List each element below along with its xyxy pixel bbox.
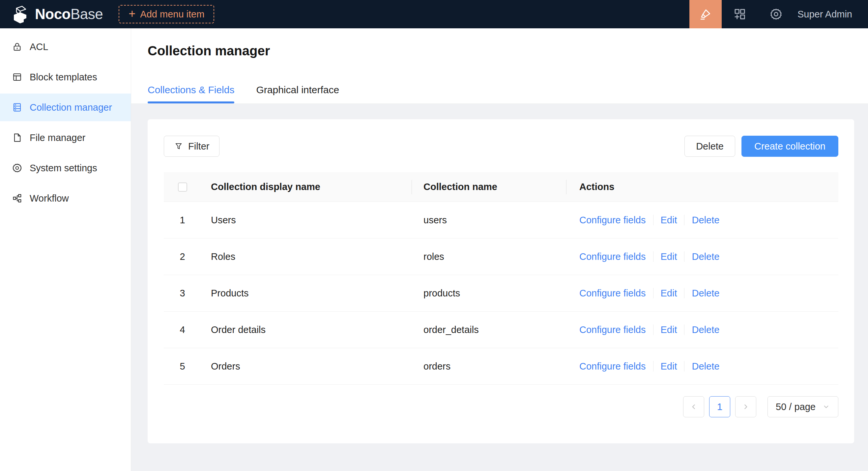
select-all-checkbox[interactable] [178, 182, 187, 192]
actions-cell: Configure fields Edit Delete [566, 288, 838, 299]
chevron-right-icon [741, 403, 750, 411]
row-index-cell: 3 [164, 288, 201, 299]
tab-label: Graphical interface [256, 84, 339, 95]
column-header-display-name: Collection display name [201, 181, 411, 192]
action-divider [684, 325, 684, 335]
display-name-cell: Orders [201, 361, 411, 372]
actions-cell: Configure fields Edit Delete [566, 251, 838, 262]
delete-button[interactable]: Delete [684, 136, 735, 157]
configure-fields-link[interactable]: Configure fields [579, 251, 646, 262]
action-divider [653, 361, 653, 372]
row-index: 3 [164, 288, 201, 299]
table-toolbar: Filter Delete Create collection [164, 136, 838, 157]
table-row: 4 Order details order_details Configure … [164, 311, 838, 348]
sidebar-item-workflow[interactable]: Workflow [0, 184, 131, 212]
sidebar-item-label: Block templates [30, 72, 97, 83]
sidebar-item-system-settings[interactable]: System settings [0, 154, 131, 182]
collection-name-cell: products [411, 288, 566, 299]
add-menu-item-label: Add menu item [140, 9, 204, 20]
actions-cell: Configure fields Edit Delete [566, 215, 838, 226]
edit-link[interactable]: Edit [661, 288, 677, 299]
collection-name-cell: users [411, 215, 566, 226]
plugin-manager-button[interactable] [722, 0, 758, 28]
sidebar-item-label: System settings [30, 163, 97, 174]
action-divider [684, 361, 684, 372]
edit-link[interactable]: Edit [661, 325, 677, 335]
gear-icon [12, 163, 23, 173]
delete-link[interactable]: Delete [692, 251, 719, 262]
column-header-collection-name: Collection name [411, 181, 566, 192]
delete-link[interactable]: Delete [692, 325, 719, 335]
user-menu[interactable]: Super Admin [798, 9, 852, 20]
configure-fields-link[interactable]: Configure fields [579, 361, 646, 372]
chevron-left-icon [689, 403, 698, 411]
tab-collections-fields[interactable]: Collections & Fields [148, 84, 234, 103]
page-title: Collection manager [148, 43, 270, 58]
create-collection-button[interactable]: Create collection [741, 136, 838, 157]
nocobase-logo: NocoBase [0, 5, 103, 23]
configure-fields-link[interactable]: Configure fields [579, 215, 646, 226]
sidebar-item-collection-manager[interactable]: Collection manager [0, 94, 131, 121]
sidebar-item-block-templates[interactable]: Block templates [0, 63, 131, 91]
page-number-button[interactable]: 1 [709, 396, 730, 417]
row-index-cell: 4 [164, 325, 201, 335]
prev-page-button[interactable] [683, 396, 704, 417]
tab-graphical-interface[interactable]: Graphical interface [256, 84, 339, 103]
sidebar-item-label: Workflow [30, 193, 69, 204]
actions-cell: Configure fields Edit Delete [566, 361, 838, 372]
lock-icon [12, 41, 23, 52]
action-divider [684, 215, 684, 225]
filter-icon [174, 142, 183, 151]
select-all-cell [164, 182, 201, 192]
active-tab-indicator [148, 101, 234, 103]
toolbar-right: Delete Create collection [684, 136, 838, 157]
settings-button[interactable] [758, 0, 794, 28]
column-header-actions: Actions [566, 181, 838, 192]
brand-text: NocoBase [35, 6, 103, 23]
layout-icon [12, 72, 23, 82]
collection-name-cell: orders [411, 361, 566, 372]
action-divider [653, 251, 653, 262]
nocobase-logo-icon [11, 5, 30, 23]
edit-link[interactable]: Edit [661, 251, 677, 262]
page-header: Collection manager Collections & Fields … [131, 28, 868, 104]
collections-panel: Filter Delete Create collection Coll [148, 119, 854, 443]
row-index-cell: 5 [164, 361, 201, 372]
ui-editor-button[interactable] [689, 0, 722, 28]
row-index-cell: 2 [164, 251, 201, 262]
collections-table: Collection display name Collection name … [164, 172, 838, 385]
display-name-cell: Order details [201, 325, 411, 335]
row-index-cell: 1 [164, 215, 201, 226]
delete-link[interactable]: Delete [692, 215, 719, 226]
brand-bold: Noco [35, 6, 70, 22]
tab-label: Collections & Fields [148, 84, 234, 95]
sidebar-item-file-manager[interactable]: File manager [0, 124, 131, 152]
edit-link[interactable]: Edit [661, 215, 677, 226]
collection-name-cell: order_details [411, 325, 566, 335]
delete-link[interactable]: Delete [692, 288, 719, 299]
add-menu-item-button[interactable]: + Add menu item [119, 5, 214, 23]
nocobase-app: NocoBase + Add menu item [0, 0, 868, 471]
delete-link[interactable]: Delete [692, 361, 719, 372]
database-icon [12, 102, 23, 113]
sidebar-item-acl[interactable]: ACL [0, 33, 131, 61]
configure-fields-link[interactable]: Configure fields [579, 288, 646, 299]
pagination: 1 50 / page [683, 396, 838, 417]
action-divider [653, 325, 653, 335]
edit-link[interactable]: Edit [661, 361, 677, 372]
configure-fields-link[interactable]: Configure fields [579, 325, 646, 335]
page-size-select[interactable]: 50 / page [768, 396, 838, 417]
filter-button[interactable]: Filter [164, 136, 219, 157]
action-divider [653, 215, 653, 225]
table-header-row: Collection display name Collection name … [164, 172, 838, 202]
display-name-cell: Products [201, 288, 411, 299]
top-header: NocoBase + Add menu item [0, 0, 868, 28]
next-page-button[interactable] [735, 396, 756, 417]
delete-button-label: Delete [696, 141, 724, 152]
sidebar-item-label: Collection manager [30, 102, 112, 113]
row-index: 1 [164, 215, 201, 226]
row-index: 2 [164, 251, 201, 262]
workflow-icon [12, 193, 23, 204]
file-icon [12, 132, 23, 143]
collection-name-cell: roles [411, 251, 566, 262]
